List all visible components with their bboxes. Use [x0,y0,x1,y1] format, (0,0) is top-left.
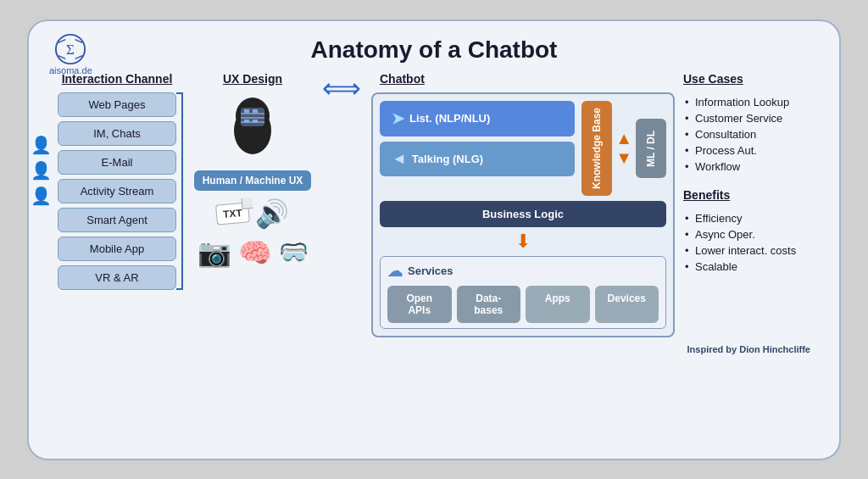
business-logic-label: Business Logic [482,208,564,220]
services-row: Open APIs Data-bases Apps Devices [387,286,659,323]
usecase-5: Workflow [683,159,819,175]
usecase-3: Consultation [683,126,819,142]
chatbot-top: ➤ List. (NLP/NLU) ◄ Talking (NLG) Knowle… [380,101,666,196]
svg-rect-14 [244,120,249,123]
services-section: ☁ Services Open APIs Data-bases Apps Dev… [380,256,666,329]
main-card: Σ aisoma.de Anatomy of a Chatbot Interac… [27,19,841,460]
channel-im-chats: IM, Chats [58,121,176,146]
cloud-icon: ☁ [387,262,403,281]
channel-list: Web Pages IM, Chats E-Mail Activity Stre… [58,92,176,290]
ux-label: Human / Machine UX [194,170,312,191]
person-icon-1: 👤 [31,135,52,155]
logo-icon: Σ [54,33,86,65]
use-cases-list: Information Lookup Customer Service Cons… [683,94,819,175]
head-brain-svg [219,92,287,160]
content-area: Interaction Channel 👤 👤 👤 Web Pages IM, … [49,72,819,337]
service-apps: Apps [526,286,590,323]
ml-dl-block: ML / DL [636,119,666,178]
channel-activity-stream: Activity Stream [58,179,176,203]
knowledge-base-block: Knowledge Base [581,101,612,196]
benefit-1: Efficiency [683,210,819,226]
nlp-label: List. (NLP/NLU) [409,112,490,125]
benefit-3: Lower interact. costs [683,242,819,259]
nlp-section: ➤ List. (NLP/NLU) ◄ Talking (NLG) [380,101,575,196]
nlg-btn: ◄ Talking (NLG) [380,142,575,176]
person-icon-3: 👤 [31,186,52,206]
benefit-2: Async Oper. [683,226,819,242]
video-icon: 📷 [198,237,231,269]
channel-email: E-Mail [58,150,176,175]
svg-rect-13 [253,109,258,113]
nlp-btn: ➤ List. (NLP/NLU) [380,101,575,136]
logo-text: aisoma.de [49,65,92,75]
orange-arrow-down: ⬇ [380,232,666,251]
channel-mobile-app: Mobile App [58,237,176,261]
benefit-4: Scalable [683,259,819,275]
ux-icons-row-1: TXT 🔊 [216,198,290,230]
vr-icon: 🥽 [279,238,309,266]
nlg-label: Talking (NLG) [412,153,483,165]
service-open-apis: Open APIs [387,286,452,323]
ux-chatbot-arrow: ⟺ [322,72,361,104]
benefits-header: Benefits [683,188,819,202]
arrow-up: ▲ [615,129,632,148]
col-usecases: Use Cases Information Lookup Customer Se… [683,72,819,275]
ux-icons-row-2: 📷 🧠 🥽 [198,237,309,269]
nlg-arrow: ◄ [392,150,407,168]
channel-vr-ar: VR & AR [58,265,176,290]
kb-arrows: ▲ ▼ [615,129,632,168]
use-cases-header: Use Cases [683,72,819,86]
services-text: Services [408,265,453,277]
chatbot-header: Chatbot [371,72,675,86]
svg-rect-15 [253,120,258,123]
page-title: Anatomy of a Chatbot [49,36,819,64]
people-icons: 👤 👤 👤 [31,135,52,206]
nlp-arrow: ➤ [392,109,404,128]
usecase-2: Customer Service [683,110,819,126]
col-chatbot: Chatbot ➤ List. (NLP/NLU) ◄ Talking (NLG… [371,72,675,337]
benefits-list: Efficiency Async Oper. Lower interact. c… [683,210,819,275]
business-logic: Business Logic [380,201,666,227]
usecase-1: Information Lookup [683,94,819,110]
svg-rect-12 [244,109,249,113]
voice-icon: 🔊 [255,198,289,230]
kb-ml-section: Knowledge Base ▲ ▼ ML / DL [581,101,666,196]
chatbot-box: ➤ List. (NLP/NLU) ◄ Talking (NLG) Knowle… [371,92,675,337]
usecase-4: Process Aut. [683,142,819,159]
svg-text:Σ: Σ [66,41,75,57]
logo-area: Σ aisoma.de [49,33,92,75]
ux-content: Human / Machine UX TXT 🔊 📷 🧠 🥽 [193,92,312,269]
arrow-down: ▼ [615,148,632,168]
col-ux: UX Design Human / [193,72,312,269]
channel-web-pages: Web Pages [58,92,176,117]
bracket-right [176,92,183,290]
footer-note: Inspired by Dion Hinchcliffe [49,344,819,354]
services-label-row: ☁ Services [387,262,659,281]
col-interaction: Interaction Channel 👤 👤 👤 Web Pages IM, … [49,72,185,290]
channel-smart-agent: Smart Agent [58,208,176,232]
service-databases: Data-bases [457,286,521,323]
txt-icon: TXT [215,202,250,225]
person-icon-2: 👤 [31,160,52,181]
ai-brain-icon: 🧠 [238,237,272,269]
service-devices: Devices [595,286,659,323]
ux-design-header: UX Design [223,72,282,86]
